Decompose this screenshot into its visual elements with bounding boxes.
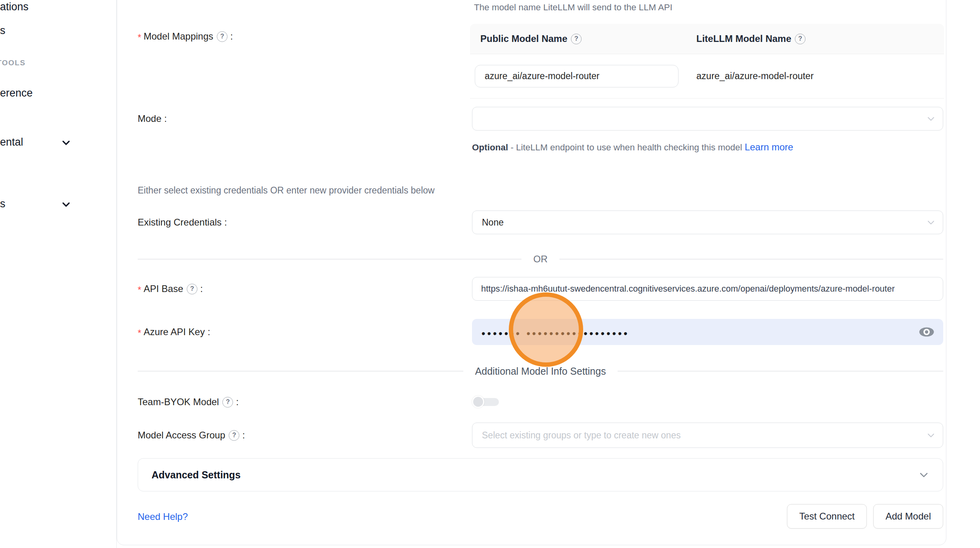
required-asterisk: *	[138, 326, 141, 339]
api-base-input[interactable]	[472, 277, 943, 301]
model-access-group-select[interactable]: Select existing groups or type to create…	[472, 423, 943, 448]
need-help-link[interactable]: Need Help?	[138, 511, 188, 522]
public-model-name-header: Public Model Name ?	[470, 33, 684, 44]
existing-credentials-row: Existing Credentials : None	[138, 210, 943, 234]
azure-api-key-row: * Azure API Key : ••••••• ••••••••••••••…	[138, 319, 943, 345]
team-byok-row: Team-BYOK Model ? :	[138, 394, 943, 410]
api-base-label: * API Base ? :	[138, 283, 472, 296]
team-byok-toggle[interactable]	[472, 396, 499, 408]
toggle-password-visibility-button[interactable]	[918, 323, 935, 341]
help-icon[interactable]: ?	[795, 34, 806, 44]
help-icon[interactable]: ?	[229, 430, 239, 441]
public-model-name-input[interactable]	[475, 65, 679, 87]
azure-api-key-input[interactable]: ••••••• ••••••••••••••••••	[472, 319, 943, 345]
chevron-down-icon	[926, 218, 936, 227]
model-access-group-label: Model Access Group ? :	[138, 430, 472, 441]
sidebar-item-models[interactable]: s	[0, 25, 6, 37]
chevron-down-icon	[60, 137, 72, 149]
chevron-down-icon	[926, 114, 936, 123]
help-icon[interactable]: ?	[222, 397, 233, 408]
sidebar-item-settings[interactable]: s	[0, 198, 6, 210]
required-asterisk: *	[138, 283, 141, 296]
learn-more-link[interactable]: Learn more	[745, 142, 793, 152]
add-model-button[interactable]: Add Model	[873, 504, 943, 529]
chevron-down-icon	[60, 199, 72, 210]
sidebar: ations s TOOLS erence ental s	[0, 0, 117, 548]
team-byok-label: Team-BYOK Model ? :	[138, 396, 472, 408]
eye-icon	[918, 324, 935, 340]
sidebar-item-experimental[interactable]: ental	[0, 136, 23, 148]
mode-hint: Optional - LiteLLM endpoint to use when …	[472, 139, 800, 155]
mappings-table-header: Public Model Name ? LiteLLM Model Name ?	[470, 24, 944, 54]
help-icon[interactable]: ?	[187, 284, 197, 294]
model-access-group-placeholder: Select existing groups or type to create…	[482, 430, 681, 441]
model-access-group-row: Model Access Group ? : Select existing g…	[138, 423, 943, 448]
help-icon[interactable]: ?	[571, 34, 582, 44]
test-connect-button[interactable]: Test Connect	[787, 504, 867, 529]
litellm-model-name-value: azure_ai/azure-model-router	[684, 71, 944, 82]
litellm-model-name-header: LiteLLM Model Name ?	[684, 33, 944, 44]
help-icon[interactable]: ?	[217, 31, 227, 42]
model-mappings-label: * Model Mappings ? :	[138, 30, 472, 43]
mode-select[interactable]	[472, 107, 943, 131]
sidebar-item-organizations[interactable]: ations	[0, 1, 28, 13]
advanced-settings-label: Advanced Settings	[152, 469, 918, 481]
model-mappings-table: Public Model Name ? LiteLLM Model Name ?…	[470, 24, 944, 99]
mappings-table-row: azure_ai/azure-model-router	[470, 54, 944, 99]
api-base-row: * API Base ? :	[138, 277, 943, 301]
mode-label: Mode :	[138, 113, 472, 124]
model-name-hint: The model name LiteLLM will send to the …	[474, 2, 673, 13]
sidebar-item-api-reference[interactable]: erence	[0, 87, 33, 99]
add-model-screen: ations s TOOLS erence ental s The model …	[0, 0, 980, 548]
footer-buttons: Test Connect Add Model	[787, 504, 943, 529]
existing-credentials-select[interactable]: None	[472, 210, 943, 234]
advanced-settings-toggle[interactable]: Advanced Settings	[138, 458, 943, 491]
mode-row: Mode :	[138, 107, 943, 131]
additional-settings-divider: Additional Model Info Settings	[138, 365, 943, 377]
chevron-down-icon	[926, 430, 936, 440]
azure-api-key-label: * Azure API Key :	[138, 326, 472, 339]
masked-password-value: ••••••• ••••••••••••••••••	[481, 325, 629, 339]
existing-credentials-label: Existing Credentials :	[138, 217, 472, 228]
credentials-note: Either select existing credentials OR en…	[138, 185, 434, 196]
chevron-down-icon	[918, 469, 929, 480]
or-divider: OR	[138, 253, 943, 265]
required-asterisk: *	[138, 30, 141, 43]
sidebar-section-tools: TOOLS	[0, 59, 26, 67]
